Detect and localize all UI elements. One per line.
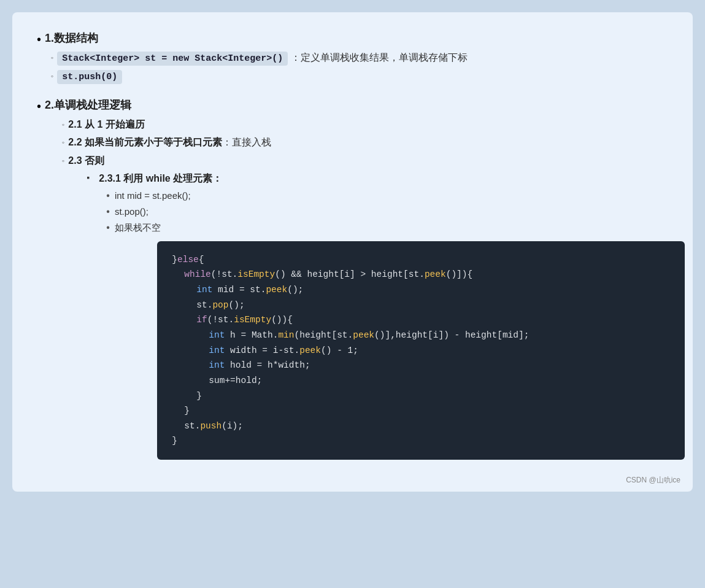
code-block: }else{ while(!st.isEmpty() && height[i] … — [157, 241, 685, 460]
section1-title: 1.数据结构 — [45, 32, 98, 44]
level4-item3: • 如果栈不空 — [106, 222, 682, 234]
main-card: • 1.数据结构 ◦ Stack<Integer> st = new Stack… — [12, 12, 693, 492]
section1-sub1-text: ：定义单调栈收集结果，单调栈存储下标 — [291, 52, 468, 63]
section2-sub1-bullet: ◦ — [62, 118, 64, 132]
level4-item1: • int mid = st.peek(); — [106, 190, 682, 201]
section2: • 2.单调栈处理逻辑 ◦ 2.1 从 1 开始遍历 ◦ 2.2 如果当前元素小… — [37, 98, 668, 465]
section2-sub3-bullet: ◦ — [62, 155, 64, 168]
section1-sub1-code: Stack<Integer> st = new Stack<Integer>() — [57, 52, 288, 66]
section2-sub3-1: ▪ 2.3.1 利用 while 处理元素： — [87, 172, 682, 185]
section2-sub3-title: 2.3 否则 — [68, 155, 104, 166]
level4-item3-bullet: • — [106, 222, 110, 233]
section2-sub3-1-title: 2.3.1 利用 while 处理元素： — [99, 172, 222, 185]
section2-bullet: • — [37, 98, 41, 115]
section1: • 1.数据结构 ◦ Stack<Integer> st = new Stack… — [37, 31, 668, 89]
section1-sub2: ◦ st.push(0) — [51, 70, 468, 84]
code-line-2: int mid = st.peek(); — [172, 282, 670, 298]
section2-sub2: ◦ 2.2 如果当前元素小于等于栈口元素：直接入栈 — [62, 136, 676, 150]
code-line-10: } — [172, 403, 670, 419]
code-line-8: sum+=hold; — [172, 373, 670, 389]
section2-sub1: ◦ 2.1 从 1 开始遍历 — [62, 118, 676, 132]
code-line-3: st.pop(); — [172, 298, 670, 313]
level4-item1-text: int mid = st.peek(); — [115, 190, 191, 201]
section1-sub1: ◦ Stack<Integer> st = new Stack<Integer>… — [51, 52, 468, 65]
code-line-12: } — [172, 433, 670, 449]
code-line-0: }else{ — [172, 252, 670, 268]
section1-sub1-bullet: ◦ — [51, 52, 53, 65]
level4-item2-bullet: • — [106, 206, 110, 217]
code-line-1: while(!st.isEmpty() && height[i] > heigh… — [172, 267, 670, 282]
level4-item1-bullet: • — [106, 190, 110, 201]
watermark: CSDN @山㕤ice — [626, 475, 680, 485]
code-line-9: } — [172, 389, 670, 404]
section2-sub1-title: 2.1 从 1 开始遍历 — [68, 118, 144, 131]
section2-sub2-title: 2.2 如果当前元素小于等于栈口元素：直接入栈 — [68, 136, 271, 149]
code-line-5: int h = Math.min(height[st.peek()],heigh… — [172, 328, 670, 343]
level4-item3-text: 如果栈不空 — [115, 222, 161, 234]
section1-sub2-bullet: ◦ — [51, 70, 53, 83]
code-line-6: int width = i-st.peek() - 1; — [172, 343, 670, 358]
section1-sub2-code: st.push(0) — [57, 70, 122, 84]
level4-item2: • st.pop(); — [106, 206, 682, 217]
section2-sub3-1-bullet: ▪ — [87, 172, 94, 182]
code-line-7: int hold = h*width; — [172, 358, 670, 373]
section2-sub2-bullet: ◦ — [62, 136, 64, 150]
code-line-11: st.push(i); — [172, 419, 670, 434]
section2-sub3: ◦ 2.3 否则 ▪ 2.3.1 利用 while 处理元素： • int mi… — [62, 155, 676, 460]
level4-item2-text: st.pop(); — [115, 206, 148, 217]
section2-title: 2.单调栈处理逻辑 — [45, 99, 131, 111]
section1-bullet: • — [37, 31, 41, 48]
code-line-4: if(!st.isEmpty()){ — [172, 312, 670, 328]
